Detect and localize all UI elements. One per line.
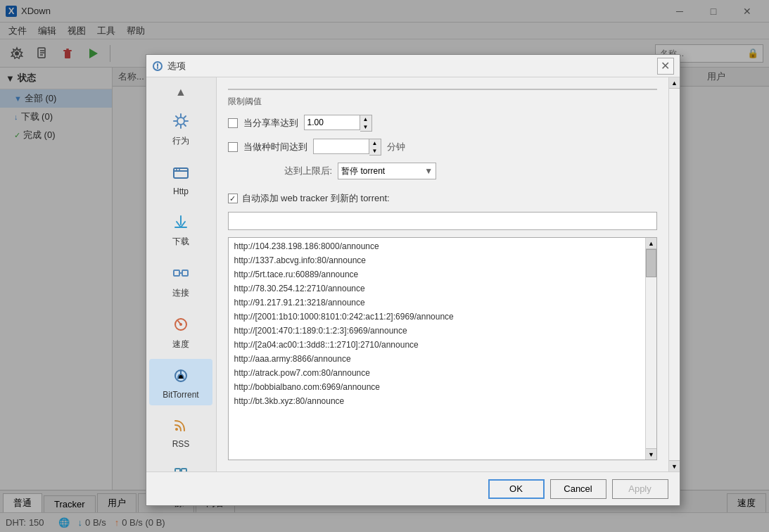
dialog-nav: ▲ 行为 Http [146, 77, 217, 471]
list-item: http://78.30.254.12:2710/announce [229, 281, 645, 296]
seed-time-unit: 分钟 [387, 141, 405, 153]
cancel-button[interactable]: Cancel [550, 479, 606, 499]
nav-scroll-up[interactable]: ▲ [172, 83, 189, 101]
other-icon [170, 463, 192, 471]
svg-rect-12 [182, 270, 188, 276]
seed-time-up[interactable]: ▲ [369, 139, 381, 147]
list-item: http://[2a04:ac00:1:3dd8::1:2710]:2710/a… [229, 338, 645, 352]
share-ratio-input[interactable]: 1.00 ▲ ▼ [304, 115, 372, 132]
auto-tracker-checkbox[interactable] [228, 194, 238, 203]
svg-rect-11 [174, 270, 179, 276]
list-item: http://5rt.tace.ru:60889/announce [229, 267, 645, 281]
share-ratio-row: 当分享率达到 1.00 ▲ ▼ [228, 115, 657, 132]
speed-icon [170, 313, 192, 336]
tracker-list-scrollbar[interactable]: ▲ ▼ [645, 238, 656, 460]
share-ratio-spinners: ▲ ▼ [360, 115, 372, 132]
scroll-top-indicator: 限制阈值 [228, 89, 657, 108]
tracker-list-container: http://104.238.198.186:8000/announce htt… [228, 237, 657, 460]
list-item: http://bt.3kb.xyz:80/announce [229, 394, 645, 408]
nav-item-behavior[interactable]: 行为 [149, 104, 212, 153]
list-item: http://aaa.army:8866/announce [229, 352, 645, 366]
nav-item-rss[interactable]: RSS [149, 408, 212, 455]
seed-time-checkbox[interactable] [228, 142, 238, 152]
list-item: http://[2001:1b10:1000:8101:0:242:ac11:2… [229, 310, 645, 324]
tracker-scroll-up-btn[interactable]: ▲ [646, 238, 657, 249]
outer-scrollbar[interactable]: ▲ ▼ [668, 77, 680, 471]
seed-time-spinners: ▲ ▼ [369, 139, 381, 156]
tracker-url-input[interactable]: https://trackerslist.com/all.txt [228, 212, 657, 230]
ok-button[interactable]: OK [488, 479, 545, 499]
list-item: http://104.238.198.186:8000/announce [229, 239, 645, 253]
app-window: X XDown ─ □ ✕ 文件 编辑 视图 工具 帮助 🔒 [0, 0, 769, 532]
auto-tracker-label: 自动添加 web tracker 到新的 torrent: [242, 192, 390, 205]
list-item: http://1337.abcvg.info:80/announce [229, 253, 645, 267]
list-item: http://[2001:470:1:189:0:1:2:3]:6969/ann… [229, 324, 645, 338]
nav-http-label: Http [173, 186, 189, 196]
svg-point-17 [175, 428, 178, 431]
svg-point-16 [180, 370, 182, 372]
nav-item-http[interactable]: Http [149, 156, 212, 202]
nav-connect-label: 连接 [172, 287, 189, 299]
share-ratio-checkbox[interactable] [228, 118, 238, 128]
action-select[interactable]: 暂停 torrent ▼ [338, 163, 436, 179]
share-ratio-value[interactable]: 1.00 [304, 115, 360, 130]
apply-button[interactable]: Apply [612, 479, 668, 499]
svg-rect-8 [174, 168, 188, 178]
seed-time-label: 当做种时间达到 [243, 141, 307, 153]
nav-speed-label: 速度 [172, 338, 189, 350]
share-ratio-up[interactable]: ▲ [360, 115, 371, 123]
dialog-footer: OK Cancel Apply [146, 471, 680, 505]
outer-scroll-down-btn[interactable]: ▼ [669, 460, 680, 471]
svg-point-10 [179, 169, 180, 170]
list-item: http://bobbialbano.com:6969/announce [229, 380, 645, 394]
download-nav-icon [170, 210, 192, 233]
svg-point-9 [176, 169, 177, 170]
nav-item-speed[interactable]: 速度 [149, 308, 212, 356]
dialog-title-icon [152, 61, 163, 72]
dialog-scroll-container: 限制阈值 当分享率达到 1.00 ▲ ▼ [217, 77, 680, 471]
select-dropdown-icon: ▼ [424, 166, 433, 176]
nav-rss-label: RSS [172, 439, 190, 449]
nav-bittorrent-label: BitTorrent [163, 390, 198, 400]
seed-time-row: 当做种时间达到 1440 ▲ ▼ 分钟 [228, 139, 657, 156]
nav-item-download[interactable]: 下载 [149, 205, 212, 253]
behavior-icon [170, 110, 192, 132]
connect-icon [170, 262, 192, 284]
tracker-scroll-down-btn[interactable]: ▼ [646, 448, 657, 460]
outer-scroll-thumb-area [669, 89, 680, 460]
nav-download-label: 下载 [172, 236, 189, 248]
action-label: 达到上限后: [284, 165, 333, 177]
dialog-close-button[interactable]: ✕ [657, 58, 674, 75]
list-item: http://atrack.pow7.com:80/announce [229, 366, 645, 380]
dialog-title-bar: 选项 ✕ [146, 55, 680, 77]
auto-tracker-row: 自动添加 web tracker 到新的 torrent: [228, 192, 657, 205]
action-row: 达到上限后: 暂停 torrent ▼ [228, 163, 657, 179]
http-icon [170, 161, 192, 184]
list-item: http://91.217.91.21:3218/announce [229, 296, 645, 310]
tracker-list: http://104.238.198.186:8000/announce htt… [229, 238, 645, 460]
dialog-main-content: 限制阈值 当分享率达到 1.00 ▲ ▼ [217, 77, 680, 471]
share-ratio-down[interactable]: ▼ [360, 123, 371, 131]
nav-item-bittorrent[interactable]: BitTorrent [149, 359, 212, 405]
nav-item-connect[interactable]: 连接 [149, 256, 212, 305]
share-ratio-label: 当分享率达到 [243, 117, 298, 129]
tracker-scroll-thumb[interactable] [646, 249, 656, 277]
dialog-body: ▲ 行为 Http [146, 77, 680, 471]
rss-icon [170, 414, 192, 436]
dialog-overlay: 选项 ✕ ▲ 行为 [0, 0, 769, 532]
nav-behavior-label: 行为 [172, 135, 189, 147]
bittorrent-icon [170, 365, 192, 387]
svg-point-14 [179, 323, 182, 326]
options-dialog: 选项 ✕ ▲ 行为 [146, 54, 680, 506]
dialog-title-text: 选项 [167, 60, 657, 72]
seed-time-input[interactable]: 1440 ▲ ▼ [313, 139, 381, 156]
action-value: 暂停 torrent [341, 165, 385, 177]
seed-time-down[interactable]: ▼ [369, 147, 381, 155]
nav-item-other[interactable]: 其他 [149, 457, 212, 471]
outer-scroll-up-btn[interactable]: ▲ [669, 77, 680, 89]
tracker-scroll-thumb-area [646, 249, 656, 448]
seed-time-value[interactable]: 1440 [313, 139, 369, 154]
